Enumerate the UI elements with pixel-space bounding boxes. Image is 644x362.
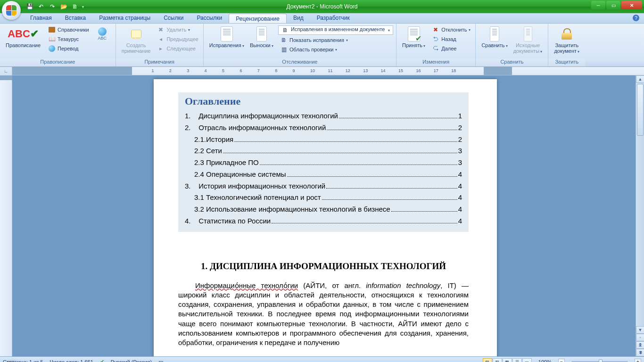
scroll-down-button[interactable]: ▼ (636, 326, 644, 334)
next-comment-icon: ▸ (157, 45, 165, 52)
save-icon[interactable]: 💾 (25, 2, 34, 11)
tab-2[interactable]: Разметка страницы (92, 13, 157, 23)
ribbon-tabs: ГлавнаяВставкаРазметка страницыСсылкиРас… (0, 13, 644, 24)
protect-document-button[interactable]: Защитить документ (551, 25, 582, 55)
scroll-thumb[interactable] (637, 84, 644, 136)
document-area: Оглавление 1. Дисциплина информационных … (0, 75, 644, 356)
next-comment-button[interactable]: ▸Следующее (155, 44, 200, 53)
horizontal-ruler[interactable]: ∟ 21123456789101112131415161718 (0, 67, 644, 75)
delete-icon: ✖ (157, 26, 165, 33)
print-layout-view-button[interactable]: ▤ (483, 358, 492, 362)
vertical-ruler[interactable] (0, 75, 12, 356)
show-markup-button[interactable]: 🗎Показать исправления (278, 36, 393, 44)
tab-1[interactable]: Вставка (58, 13, 93, 23)
table-of-contents[interactable]: Оглавление 1. Дисциплина информационных … (178, 92, 469, 232)
maximize-button[interactable]: ▭ (606, 1, 620, 9)
tab-3[interactable]: Ссылки (157, 13, 190, 23)
source-documents-button[interactable]: Исходные документы (511, 25, 545, 55)
office-logo-icon (6, 5, 17, 16)
track-changes-button[interactable]: Исправления (206, 25, 247, 49)
group-tracking-label: Отслеживание (204, 59, 396, 66)
reject-icon: ✖ (432, 26, 439, 33)
lock-icon (559, 26, 574, 41)
spelling-button[interactable]: ABC✔ Правописание (3, 25, 43, 49)
thesaurus-icon: 📖 (48, 35, 56, 43)
previous-comment-button[interactable]: ◂Предыдущее (155, 35, 200, 43)
research-button[interactable]: Справочники (46, 25, 91, 34)
group-protect: Защитить документ Защитить (548, 24, 585, 66)
toc-entry[interactable]: 4. Статистика по России 4 (185, 215, 462, 227)
delete-comment-button[interactable]: ✖Удалить (155, 25, 200, 34)
document-viewport[interactable]: Оглавление 1. Дисциплина информационных … (12, 75, 644, 356)
translate-button[interactable]: Перевод (46, 44, 91, 53)
zoom-thumb[interactable] (599, 359, 603, 362)
redo-icon[interactable]: ↷ (48, 2, 57, 11)
browse-object-button[interactable]: ◦ (636, 334, 644, 341)
balloons-button[interactable]: Выноски (247, 25, 276, 49)
heading-1: 1. ДИСЦИПЛИНА ИНФОРМАЦИОННЫХ ТЕХНОЛОГИЙ (178, 261, 469, 272)
zoom-level[interactable]: 100% (538, 359, 552, 362)
new-comment-button[interactable]: Создать примечание (119, 25, 154, 55)
outline-view-button[interactable]: ☰ (512, 358, 522, 362)
qat-more-icon[interactable]: ▾ (82, 3, 86, 10)
accept-icon: ✔ (406, 26, 421, 41)
reject-button[interactable]: ✖Отклонить (430, 25, 472, 34)
tab-7[interactable]: Разработчик (310, 13, 356, 23)
status-spellcheck-icon[interactable]: ✔ (100, 359, 104, 362)
globe-icon (48, 45, 56, 52)
tab-5[interactable]: Рецензирование (229, 14, 287, 23)
tab-4[interactable]: Рассылки (190, 13, 229, 23)
vertical-scrollbar[interactable]: ▲ ▼ ◦ ⯭ ⯯ (636, 75, 644, 356)
display-for-review-dropdown[interactable]: 🗎Исправления в измененном документе▾ (278, 25, 393, 35)
toc-entry[interactable]: 3.2 Использование информационных техноло… (185, 204, 462, 215)
draft-view-button[interactable]: ▭ (522, 358, 532, 362)
scroll-up-button[interactable]: ▲ (636, 75, 644, 83)
undo-icon[interactable]: ↶ (37, 2, 45, 11)
toc-entry[interactable]: 2.4 Операционные системы 4 (185, 169, 462, 181)
help-icon[interactable]: ? (633, 15, 639, 21)
toc-entry[interactable]: 3.1 Технологический потенциал и рост 4 (185, 192, 462, 204)
toc-title: Оглавление (185, 95, 462, 107)
group-compare: Сравнить Исходные документы Сравнить (476, 24, 548, 66)
toc-entry[interactable]: 2.1.История 2 (185, 134, 462, 146)
status-insert-mode-icon[interactable]: ▭ (158, 359, 163, 362)
open-icon[interactable]: 📂 (59, 2, 68, 11)
ribbon: ABC✔ Правописание Справочники 📖Тезаурус … (0, 24, 644, 67)
previous-page-button[interactable]: ⯭ (636, 341, 644, 349)
reviewing-pane-button[interactable]: ▥Область проверки (278, 45, 393, 54)
next-page-button[interactable]: ⯯ (636, 349, 644, 356)
view-buttons: ▤ ▥ ▦ ☰ ▭ (483, 358, 532, 362)
toc-entry[interactable]: 3. История информационных технологий 4 (185, 181, 462, 192)
compare-button[interactable]: Сравнить (479, 25, 510, 49)
toc-entry[interactable]: 1. Дисциплина информационных технологий … (185, 110, 462, 122)
abc-check-icon: ABC✔ (8, 28, 39, 40)
group-changes-label: Изменения (396, 59, 475, 66)
next-change-button[interactable]: ⮎Далее (430, 44, 472, 53)
next-change-icon: ⮎ (432, 45, 439, 52)
full-screen-view-button[interactable]: ▥ (493, 358, 502, 362)
translation-tip-button[interactable]: ABC (92, 25, 113, 42)
accept-button[interactable]: ✔ Принять (399, 25, 428, 49)
previous-change-button[interactable]: ⮌Назад (430, 35, 472, 43)
minimize-button[interactable]: ─ (591, 1, 605, 9)
zoom-out-button[interactable]: − (558, 359, 565, 362)
zoom-in-button[interactable]: + (635, 359, 641, 362)
web-layout-view-button[interactable]: ▦ (503, 358, 512, 362)
status-page[interactable]: Страница: 1 из 5 (3, 359, 43, 362)
compare-icon (487, 26, 502, 41)
toc-entry[interactable]: 2. Отрасль информационных технологий 2 (185, 122, 462, 134)
status-language[interactable]: Русский (Россия) (111, 359, 152, 362)
reviewing-pane-icon: ▥ (280, 46, 288, 53)
tab-6[interactable]: Вид (287, 13, 310, 23)
tab-selector[interactable]: ∟ (0, 67, 12, 75)
status-word-count[interactable]: Число слов: 1 661 (50, 359, 93, 362)
group-comments: Создать примечание ✖Удалить ◂Предыдущее … (116, 24, 204, 66)
tab-0[interactable]: Главная (24, 13, 58, 23)
toc-entry[interactable]: 2.3 Прикладное ПО 3 (185, 157, 462, 169)
office-button[interactable] (2, 1, 21, 20)
close-button[interactable]: ✕ (621, 1, 642, 9)
toc-entry[interactable]: 2.2 Сети 3 (185, 145, 462, 157)
track-changes-icon (219, 26, 234, 41)
print-preview-icon[interactable]: 🗎 (71, 2, 79, 11)
thesaurus-button[interactable]: 📖Тезаурус (46, 35, 91, 43)
